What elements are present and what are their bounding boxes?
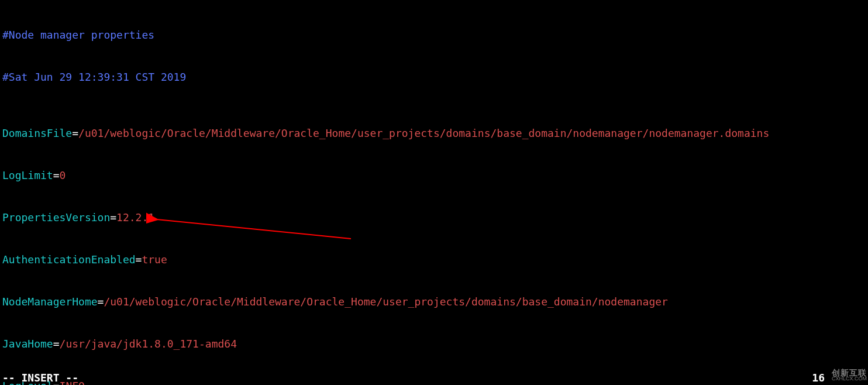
property-key: JavaHome [2, 338, 53, 350]
property-key: NodeManagerHome [2, 295, 98, 308]
property-value: /u01/weblogic/Oracle/Middleware/Oracle_H… [104, 295, 668, 308]
vim-mode-indicator: -- INSERT -- [2, 371, 78, 385]
property-value: 12.2.1 [116, 211, 154, 224]
property-value: true [142, 253, 167, 266]
property-key: LogLimit [2, 169, 53, 181]
watermark-text: 创新互联 [832, 370, 867, 376]
property-key: DomainsFile [2, 127, 72, 139]
property-row: DomainsFile=/u01/weblogic/Oracle/Middlew… [2, 126, 866, 140]
property-value: /u01/weblogic/Oracle/Middleware/Oracle_H… [78, 127, 769, 139]
property-row: JavaHome=/usr/java/jdk1.8.0_171-amd64 [2, 337, 866, 351]
comment-line: #Node manager properties [2, 29, 154, 41]
property-key: PropertiesVersion [2, 211, 110, 224]
property-value: 0 [60, 169, 66, 181]
comment-line: #Sat Jun 29 12:39:31 CST 2019 [2, 71, 186, 83]
watermark-logo: 创新互联 CXHLCX.COM [832, 369, 867, 383]
vim-line-indicator: 16 [812, 371, 825, 385]
vim-status-bar: -- INSERT -- 16 [0, 371, 868, 385]
property-row: PropertiesVersion=12.2.1 [2, 211, 866, 225]
property-row: LogLimit=0 [2, 169, 866, 183]
terminal-editor[interactable]: #Node manager properties #Sat Jun 29 12:… [0, 0, 868, 385]
property-key: AuthenticationEnabled [2, 253, 136, 266]
property-value: /usr/java/jdk1.8.0_171-amd64 [60, 338, 237, 350]
property-row: NodeManagerHome=/u01/weblogic/Oracle/Mid… [2, 295, 866, 309]
property-row: AuthenticationEnabled=true [2, 253, 866, 267]
watermark-subtext: CXHLCX.COM [832, 376, 867, 381]
